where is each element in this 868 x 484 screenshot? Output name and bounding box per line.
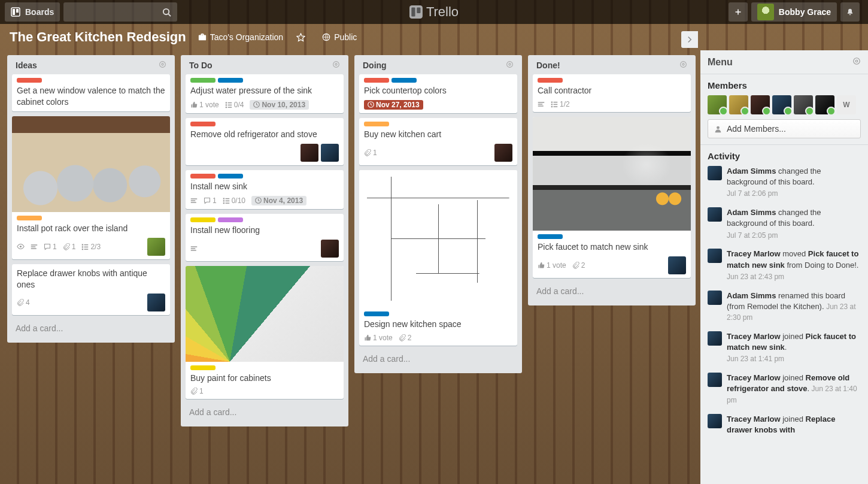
logo[interactable]: Trello xyxy=(409,4,459,20)
visibility-button[interactable]: Public xyxy=(322,32,357,42)
label-blue[interactable] xyxy=(364,311,389,316)
label-blue[interactable] xyxy=(391,78,417,83)
card[interactable]: Get a new window valence to match the ca… xyxy=(12,74,170,111)
card-badges: 1 vote2 xyxy=(364,334,512,342)
add-members-button[interactable]: Add Members... xyxy=(708,119,861,138)
card[interactable]: Pick countertop colors Nov 27, 2013 xyxy=(359,74,517,113)
label-orange[interactable] xyxy=(364,122,389,126)
card[interactable]: Install new sink10/10 Nov 4, 2013 xyxy=(186,170,344,209)
label-blue[interactable] xyxy=(218,78,243,83)
card-labels xyxy=(190,217,339,222)
label-red[interactable] xyxy=(190,174,216,179)
list-title[interactable]: To Do xyxy=(189,60,332,70)
svg-rect-38 xyxy=(225,202,229,204)
label-purple[interactable] xyxy=(218,217,243,222)
activity-time: Jul 7 at 2:06 pm xyxy=(727,189,861,199)
member-avatar[interactable] xyxy=(147,294,165,311)
label-red[interactable] xyxy=(190,122,216,126)
activity-text: Tracey Marlow joined Remove old refriger… xyxy=(727,373,861,406)
activity-item: Tracey Marlow moved Pick faucet to match… xyxy=(708,249,861,282)
activity-item: Adam Simms changed the background of thi… xyxy=(708,166,861,199)
member-avatar[interactable] xyxy=(708,95,727,114)
member-avatar[interactable]: W xyxy=(837,95,856,114)
org-link[interactable]: Taco's Organization xyxy=(198,32,284,42)
add-members-label: Add Members... xyxy=(727,124,786,134)
menu-toggle[interactable] xyxy=(681,31,698,48)
card-badges: 4 xyxy=(17,294,165,311)
members-row: W xyxy=(708,95,861,114)
svg-rect-52 xyxy=(554,102,558,103)
user-menu[interactable]: Bobby Grace xyxy=(751,2,837,22)
comments-badge: 1 xyxy=(204,196,217,205)
label-red[interactable] xyxy=(17,78,42,83)
label-red[interactable] xyxy=(364,78,389,83)
menu-settings[interactable] xyxy=(852,57,861,68)
card[interactable]: Buy paint for cabinets1 xyxy=(186,266,344,400)
card[interactable]: Adjust water pressure of the sink1 vote0… xyxy=(186,74,344,113)
label-blue[interactable] xyxy=(538,234,563,239)
star-button[interactable] xyxy=(296,33,309,42)
member-avatar[interactable] xyxy=(494,144,512,162)
add-button[interactable] xyxy=(729,2,748,22)
card[interactable]: Call contractor1/2 xyxy=(533,74,691,112)
card[interactable]: Pick faucet to match new sink1 vote2 xyxy=(533,117,691,278)
label-orange[interactable] xyxy=(17,216,42,220)
board-bar: The Great Kitchen Redesign Taco's Organi… xyxy=(0,24,868,50)
list-menu[interactable] xyxy=(679,60,687,71)
member-avatar[interactable] xyxy=(794,95,813,114)
svg-point-46 xyxy=(681,62,687,68)
card[interactable]: Replace drawer knobs with antique ones4 xyxy=(12,264,170,316)
card[interactable]: Remove old refrigerator and stove xyxy=(186,118,344,165)
gear-icon xyxy=(332,60,340,68)
card-members xyxy=(147,238,165,256)
board: Ideas Get a new window valence to match … xyxy=(0,50,700,484)
member-avatar[interactable] xyxy=(751,95,770,114)
member-avatar[interactable] xyxy=(321,240,339,258)
member-avatar[interactable] xyxy=(772,95,791,114)
label-green[interactable] xyxy=(190,78,216,83)
member-avatar[interactable] xyxy=(729,95,748,114)
member-avatar[interactable] xyxy=(321,144,339,162)
list-menu[interactable] xyxy=(332,60,340,71)
svg-point-59 xyxy=(717,126,720,129)
add-card-button[interactable]: Add a card... xyxy=(186,404,344,421)
star-icon xyxy=(296,33,305,42)
bell-icon xyxy=(846,7,854,17)
activity-avatar xyxy=(708,331,722,346)
add-card-button[interactable]: Add a card... xyxy=(12,320,170,337)
activity-item: Adam Simms changed the background of thi… xyxy=(708,207,861,240)
list-title[interactable]: Done! xyxy=(536,60,679,70)
menu-title: Menu xyxy=(708,57,733,68)
member-avatar[interactable] xyxy=(147,238,165,256)
svg-rect-6 xyxy=(411,7,415,16)
list-title[interactable]: Ideas xyxy=(16,60,159,70)
comments-badge: 1 xyxy=(44,243,57,251)
card[interactable]: Design new kitchen space1 vote2 xyxy=(359,170,517,346)
member-avatar[interactable] xyxy=(815,95,834,114)
board-title[interactable]: The Great Kitchen Redesign xyxy=(10,29,186,45)
svg-rect-31 xyxy=(191,200,196,201)
label-blue[interactable] xyxy=(218,174,243,179)
label-yellow[interactable] xyxy=(190,217,216,222)
label-yellow[interactable] xyxy=(190,365,216,370)
card[interactable]: Buy new kitchen cart1 xyxy=(359,118,517,165)
card[interactable]: Install new flooring xyxy=(186,214,344,261)
card[interactable]: Install pot rack over the island112/3 xyxy=(12,116,170,259)
boards-button[interactable]: Boards xyxy=(5,2,60,22)
list: Doing Pick countertop colors Nov 27, 201… xyxy=(354,55,522,373)
list-title[interactable]: Doing xyxy=(363,60,506,70)
votes-badge: 1 vote xyxy=(538,261,566,270)
member-avatar[interactable] xyxy=(301,144,318,162)
search-input[interactable] xyxy=(63,2,177,22)
list-menu[interactable] xyxy=(159,60,166,71)
label-red[interactable] xyxy=(538,78,563,83)
gear-icon xyxy=(852,57,861,65)
add-card-button[interactable]: Add a card... xyxy=(359,350,517,367)
card-title: Adjust water pressure of the sink xyxy=(190,85,339,96)
notifications-button[interactable] xyxy=(840,2,860,22)
list-menu[interactable] xyxy=(506,60,514,71)
menu-header: Menu xyxy=(700,50,868,74)
member-avatar[interactable] xyxy=(668,256,686,274)
activity-text: Adam Simms changed the background of thi… xyxy=(727,166,861,199)
add-card-button[interactable]: Add a card... xyxy=(533,283,691,300)
